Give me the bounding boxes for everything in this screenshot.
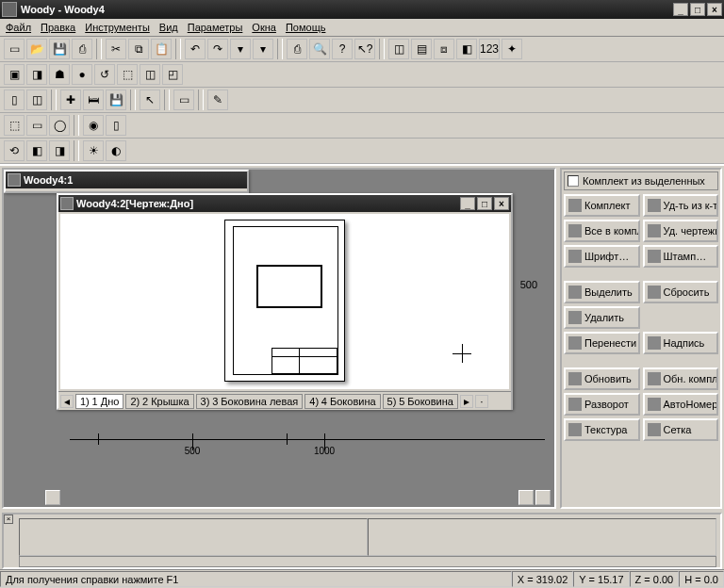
- sheet-tab-3[interactable]: 3) 3 Боковина левая: [196, 394, 304, 409]
- tabs-scroll-end-button[interactable]: ·: [475, 395, 488, 408]
- sheet-tab-2[interactable]: 2) 2 Крышка: [125, 394, 193, 409]
- tb4-4-icon[interactable]: ◉: [83, 115, 104, 136]
- tb2-7-icon[interactable]: ◫: [140, 64, 160, 85]
- tb3-4-icon[interactable]: 🛏: [83, 90, 104, 110]
- cut-icon[interactable]: ✂: [106, 39, 126, 59]
- side-btn-надпись[interactable]: Надпись: [643, 332, 719, 354]
- side-btn-icon: [568, 199, 582, 212]
- tb4-1-icon[interactable]: ⬚: [4, 115, 25, 136]
- mdi1-titlebar[interactable]: Woody4:1: [6, 172, 247, 188]
- help-icon[interactable]: ?: [332, 39, 353, 59]
- preview-icon[interactable]: 🔍: [309, 39, 330, 59]
- side-btn-комплект[interactable]: Комплект: [564, 194, 640, 217]
- saveall-icon[interactable]: ⎙: [72, 39, 92, 59]
- whatsthis-icon[interactable]: ↖?: [354, 39, 375, 59]
- menu-windows[interactable]: Окна: [252, 22, 276, 33]
- tb4-3-icon[interactable]: ◯: [49, 115, 70, 136]
- tb3-8-icon[interactable]: ✎: [207, 90, 228, 110]
- side-btn-текстура[interactable]: Текстура: [564, 418, 640, 441]
- menu-edit[interactable]: Правка: [41, 22, 75, 33]
- tb3-3-icon[interactable]: ✚: [60, 90, 81, 110]
- bottom-panel-close-icon[interactable]: ×: [4, 514, 13, 524]
- save-icon[interactable]: 💾: [49, 39, 70, 59]
- mdi2-maximize-button[interactable]: □: [477, 197, 492, 210]
- menu-help[interactable]: Помощь: [286, 22, 326, 33]
- undo-drop-icon[interactable]: ▾: [230, 39, 251, 59]
- sheet-tab-4[interactable]: 4) 4 Боковина: [304, 394, 380, 409]
- tool-b-icon[interactable]: ▤: [411, 39, 432, 59]
- tb3-5-icon[interactable]: 💾: [106, 90, 126, 110]
- tool-a-icon[interactable]: ◫: [388, 39, 409, 59]
- tb2-2-icon[interactable]: ◨: [26, 64, 47, 85]
- side-btn-шрифт-[interactable]: Шрифт…: [564, 245, 640, 268]
- redo-drop-icon[interactable]: ▾: [253, 39, 273, 59]
- redo-icon[interactable]: ↷: [207, 39, 228, 59]
- menu-view[interactable]: Вид: [159, 22, 178, 33]
- tb5-1-icon[interactable]: ⟲: [4, 140, 25, 161]
- mdi2-titlebar[interactable]: Woody4:2[Чертеж:Дно] _ □ ×: [58, 195, 511, 212]
- tb5-2-icon[interactable]: ◧: [26, 140, 47, 161]
- side-btn-выделить[interactable]: Выделить: [564, 281, 640, 303]
- tool-f-icon[interactable]: ✦: [502, 39, 522, 59]
- bottom-pane-right[interactable]: [368, 518, 716, 556]
- print-icon[interactable]: ⎙: [287, 39, 307, 59]
- drawing-viewport[interactable]: [60, 214, 509, 389]
- side-btn-уд-чертежи[interactable]: Уд. чертежи: [643, 220, 719, 242]
- mdi2-minimize-button[interactable]: _: [460, 197, 475, 210]
- tb5-4-icon[interactable]: ☀: [83, 140, 104, 161]
- side-btn-штамп-[interactable]: Штамп…: [643, 245, 719, 268]
- tb5-3-icon[interactable]: ◨: [49, 140, 70, 161]
- maximize-button[interactable]: □: [690, 3, 705, 16]
- side-btn-обновить[interactable]: Обновить: [564, 368, 640, 390]
- tb2-1-icon[interactable]: ▣: [4, 64, 25, 85]
- tb2-4-icon[interactable]: ●: [72, 64, 92, 85]
- side-btn-уд-ть-из-к-т[interactable]: Уд-ть из к-т: [643, 194, 719, 217]
- tool-c-icon[interactable]: ⧈: [434, 39, 454, 59]
- drawing-title-block: [272, 348, 337, 374]
- tb3-7-icon[interactable]: ▭: [173, 90, 194, 110]
- ruler-btn-right1[interactable]: [518, 490, 534, 505]
- new-icon[interactable]: ▭: [4, 39, 25, 59]
- mdi2-close-button[interactable]: ×: [494, 197, 509, 210]
- menu-file[interactable]: Файл: [6, 22, 31, 33]
- tool-d-icon[interactable]: ◧: [456, 39, 477, 59]
- close-button[interactable]: ×: [707, 3, 722, 16]
- side-header-checkbox[interactable]: [568, 175, 579, 187]
- menu-options[interactable]: Параметры: [188, 22, 243, 33]
- side-btn-все-в-компл[interactable]: Все в компл: [564, 220, 640, 242]
- sheet-tab-5[interactable]: 5) 5 Боковина: [383, 394, 458, 409]
- side-btn-обн-компл[interactable]: Обн. компл: [643, 368, 719, 390]
- tb4-2-icon[interactable]: ▭: [26, 115, 47, 136]
- mdi-window-2[interactable]: Woody4:2[Чертеж:Дно] _ □ × ◂ 1) 1 Дно 2)…: [57, 193, 513, 410]
- tb2-6-icon[interactable]: ⬚: [117, 64, 138, 85]
- side-btn-сетка[interactable]: Сетка: [643, 418, 719, 441]
- bottom-scrollbar[interactable]: [19, 556, 716, 567]
- tb3-6-icon[interactable]: ↖: [140, 90, 160, 110]
- copy-icon[interactable]: ⧉: [128, 39, 149, 59]
- tabs-scroll-right-button[interactable]: ▸: [460, 395, 473, 408]
- tb2-8-icon[interactable]: ◰: [162, 64, 183, 85]
- side-btn-перенести[interactable]: Перенести: [564, 332, 640, 354]
- bottom-pane-left[interactable]: [19, 518, 368, 556]
- mdi-window-1[interactable]: Woody4:1: [4, 170, 249, 193]
- tb5-5-icon[interactable]: ◐: [106, 140, 126, 161]
- tb3-1-icon[interactable]: ▯: [4, 90, 25, 110]
- side-btn-сбросить[interactable]: Сбросить: [643, 281, 719, 303]
- undo-icon[interactable]: ↶: [185, 39, 206, 59]
- side-btn-разворот[interactable]: Разворот: [564, 393, 640, 416]
- paste-icon[interactable]: 📋: [151, 39, 172, 59]
- tabs-scroll-left-button[interactable]: ◂: [60, 395, 74, 408]
- ruler-btn-left[interactable]: [45, 490, 60, 505]
- menu-tools[interactable]: Инструменты: [85, 22, 150, 33]
- sheet-tab-1[interactable]: 1) 1 Дно: [75, 394, 123, 409]
- tb2-5-icon[interactable]: ↺: [94, 64, 115, 85]
- side-btn-автономер[interactable]: АвтоНомер: [643, 393, 719, 416]
- tb2-3-icon[interactable]: ☗: [49, 64, 70, 85]
- open-icon[interactable]: 📂: [26, 39, 47, 59]
- tb3-2-icon[interactable]: ◫: [26, 90, 47, 110]
- minimize-button[interactable]: _: [673, 3, 688, 16]
- tool-e-icon[interactable]: 123: [479, 39, 500, 59]
- tb4-5-icon[interactable]: ▯: [106, 115, 126, 136]
- side-btn-удалить[interactable]: Удалить: [564, 306, 640, 329]
- ruler-btn-right2[interactable]: [535, 490, 551, 505]
